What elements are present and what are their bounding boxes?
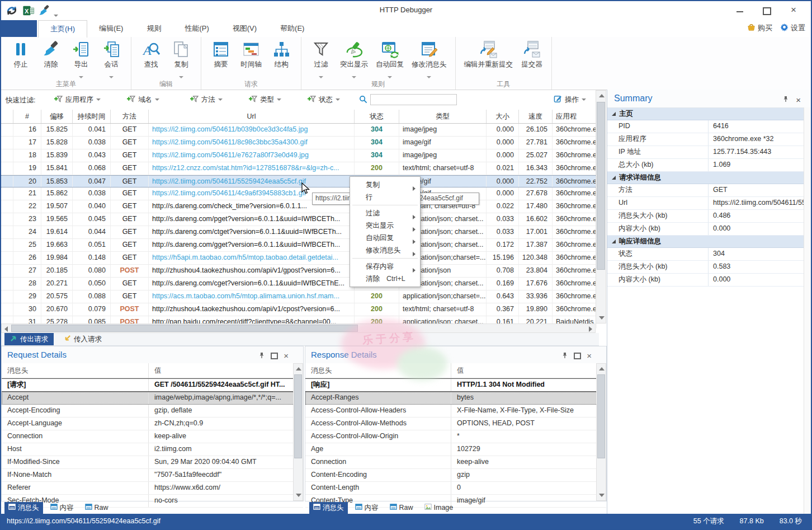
header-row[interactable]: Accept-Rangesbytes	[305, 392, 606, 405]
request-row[interactable]: 1915.8410.068GEThttps://z12.cnzz.com/sta…	[1, 162, 596, 175]
header-row[interactable]: [响应]HTTP/1.1 304 Not Modified	[305, 378, 606, 392]
view-tab[interactable]: 内容	[46, 502, 78, 514]
column-header[interactable]: 应用程	[553, 110, 597, 123]
filter-dropdown-2[interactable]: 域名	[127, 95, 159, 105]
dropdown-caret-icon[interactable]	[79, 71, 83, 75]
menu-tab[interactable]: 帮助(E)	[268, 20, 316, 37]
header-row[interactable]: Connectionkeep-alive	[2, 430, 303, 443]
context-menu-item[interactable]: 保存内容	[350, 260, 420, 273]
request-row[interactable]: 2419.6140.044GEThttp://s.dareng.com/ctge…	[1, 226, 596, 239]
header-row[interactable]: Content-Length0	[305, 482, 606, 495]
view-tab[interactable]: Image	[421, 502, 457, 513]
request-row[interactable]: 1715.8280.038GEThttps://i2.tiimg.com/504…	[1, 137, 596, 149]
column-header[interactable]	[1, 110, 13, 123]
ribbon-button[interactable]: 提交器	[517, 39, 547, 76]
header-row[interactable]: Access-Control-Allow-HeadersX-File-Name,…	[305, 405, 606, 418]
context-menu-item[interactable]: 过滤	[350, 207, 420, 219]
view-tab[interactable]: Raw	[386, 502, 417, 513]
menu-tab[interactable]: 性能(P)	[173, 20, 220, 37]
ribbon-button[interactable]: 摘要	[206, 39, 236, 76]
stream-tab[interactable]: 传入请求	[58, 333, 107, 345]
context-menu-item[interactable]: 突出显示	[350, 219, 420, 232]
grid-horizontal-scrollbar[interactable]	[1, 323, 596, 333]
request-row[interactable]: 2820.2710.050GEThttp://s.dareng.com/cget…	[1, 278, 596, 290]
filter-dropdown-5[interactable]: 状态	[308, 95, 340, 105]
summary-scrollbar[interactable]	[804, 107, 811, 514]
request-row[interactable]: 2015.8530.047GEThttps://i2.tiimg.com/504…	[1, 175, 596, 187]
header-row[interactable]: Hosti2.tiimg.com	[2, 443, 303, 456]
request-details-scrollbar[interactable]	[293, 363, 303, 501]
column-header[interactable]: 持续时间	[73, 110, 111, 123]
menu-tab[interactable]: 规则	[135, 20, 173, 37]
header-row[interactable]: Access-Control-Allow-Origin*	[305, 430, 606, 443]
menu-tab[interactable]: 编辑(E)	[87, 20, 135, 37]
pin-icon[interactable]	[561, 351, 568, 361]
close-panel-icon[interactable]: ×	[796, 95, 801, 105]
request-row[interactable]: 2115.8620.038GEThttps://i2.tiimg.com/504…	[1, 187, 596, 200]
ribbon-button[interactable]: 复制	[166, 39, 196, 76]
detail-col-value[interactable]: 值	[451, 363, 606, 378]
dropdown-caret-icon[interactable]	[179, 71, 183, 75]
close-panel-icon[interactable]: ×	[284, 353, 289, 359]
maximize-panel-icon[interactable]	[574, 353, 581, 359]
header-row[interactable]: [请求]GET /504611/55259424eaa5c5cf.gif HT.…	[2, 378, 303, 392]
context-menu-item[interactable]: 复制	[350, 179, 420, 191]
close-button[interactable]: ×	[784, 4, 803, 17]
dropdown-caret-icon[interactable]	[388, 71, 392, 75]
request-row[interactable]: 2219.5070.040GEThttp://s.dareng.com/chec…	[1, 200, 596, 213]
context-menu-item[interactable]: 行	[350, 191, 420, 203]
column-header[interactable]: 偏移	[41, 110, 73, 123]
header-row[interactable]: Age102729	[305, 443, 606, 456]
column-header[interactable]: #	[13, 110, 41, 123]
ribbon-button[interactable]: 自动回复	[372, 39, 408, 76]
ribbon-button[interactable]: 停止	[6, 39, 36, 76]
header-row[interactable]: Connectionkeep-alive	[305, 456, 606, 469]
ribbon-button[interactable]: 导出	[66, 39, 96, 76]
request-row[interactable]: 2920.5750.088GEThttps://acs.m.taobao.com…	[1, 290, 596, 303]
detail-col-name[interactable]: 消息头	[305, 363, 451, 378]
view-tab[interactable]: 消息头	[309, 502, 348, 514]
pin-icon[interactable]	[258, 351, 265, 361]
menu-tab[interactable]: 主页(H)	[38, 20, 87, 37]
column-header[interactable]: Url	[149, 110, 355, 123]
request-row[interactable]: 2720.1850.080POSThttp://zhushou4.taokezh…	[1, 265, 596, 278]
summary-section-header[interactable]: 响应详细信息	[607, 236, 811, 248]
view-tab[interactable]: 消息头	[4, 502, 43, 514]
pin-icon[interactable]	[782, 95, 789, 105]
dropdown-caret-icon[interactable]	[352, 71, 356, 75]
ribbon-button[interactable]: A查找	[136, 39, 166, 76]
column-header[interactable]: 方法	[111, 110, 149, 123]
minimize-button[interactable]	[730, 4, 749, 17]
request-row[interactable]: 2319.5650.045GEThttp://s.dareng.com/pget…	[1, 213, 596, 226]
summary-section-header[interactable]: 请求详细信息	[607, 172, 811, 184]
filter-dropdown-1[interactable]: 应用程序	[54, 95, 101, 105]
filter-dropdown-3[interactable]: 方法	[190, 95, 223, 105]
header-row[interactable]: Accept-Encodinggzip, deflate	[2, 405, 303, 418]
settings-button[interactable]: 设置	[780, 23, 805, 33]
ribbon-button[interactable]: 编辑并重新提交	[460, 39, 517, 76]
context-menu-item[interactable]: 自动回复	[350, 232, 420, 244]
view-tab[interactable]: 内容	[351, 502, 383, 514]
ribbon-button[interactable]: 修改消息头	[408, 39, 451, 76]
header-row[interactable]: Refererhttps://www.x6d.com/	[2, 482, 303, 495]
header-row[interactable]: Accept-Languagezh-CN,zh;q=0.9	[2, 418, 303, 430]
ribbon-button[interactable]: 会话	[96, 39, 126, 76]
filter-dropdown-4[interactable]: 类型	[249, 95, 281, 105]
column-header[interactable]: 状态	[355, 110, 399, 123]
dropdown-caret-icon[interactable]	[109, 71, 114, 75]
ribbon-button[interactable]: 突出显示	[336, 39, 372, 76]
actions-dropdown-button[interactable]: 操作	[554, 95, 586, 105]
menu-tab[interactable]: 视图(V)	[221, 20, 268, 37]
request-row[interactable]: 2619.9840.148GEThttps://h5api.m.taobao.c…	[1, 252, 596, 265]
dropdown-caret-icon[interactable]	[319, 71, 323, 75]
column-header[interactable]: 类型	[399, 110, 487, 123]
summary-section-header[interactable]: 主页	[607, 108, 811, 120]
header-row[interactable]: Content-Encodinggzip	[305, 469, 606, 482]
response-details-scrollbar[interactable]	[596, 363, 606, 501]
column-header[interactable]: 速度	[519, 110, 553, 123]
buy-button[interactable]: 购买	[747, 23, 772, 33]
app-menu-block[interactable]	[1, 20, 37, 37]
ribbon-button[interactable]: 过滤	[306, 39, 336, 76]
close-panel-icon[interactable]: ×	[587, 353, 592, 359]
detail-col-name[interactable]: 消息头	[2, 363, 148, 378]
